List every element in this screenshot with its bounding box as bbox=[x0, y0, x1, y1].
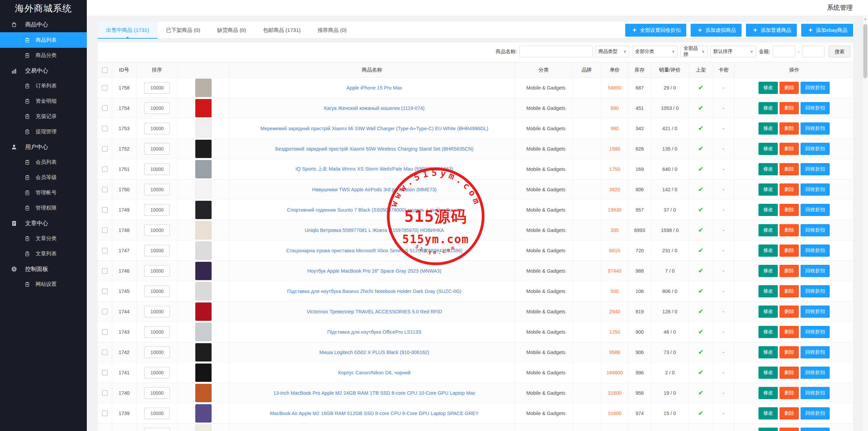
edit-button[interactable]: 修改 bbox=[758, 122, 778, 135]
sort-input[interactable] bbox=[144, 123, 170, 134]
row-checkbox[interactable] bbox=[102, 126, 107, 131]
edit-button[interactable]: 修改 bbox=[758, 326, 778, 338]
sort-input[interactable] bbox=[144, 387, 170, 399]
sort-input[interactable] bbox=[144, 306, 170, 317]
tab-2[interactable]: 缺货商品 (0) bbox=[209, 22, 254, 39]
edit-button[interactable]: 修改 bbox=[758, 346, 778, 358]
row-checkbox[interactable] bbox=[102, 207, 107, 213]
row-checkbox[interactable] bbox=[102, 289, 107, 294]
delete-button[interactable]: 删除 bbox=[780, 285, 799, 297]
recycle-discount-button[interactable]: 回收折扣 bbox=[801, 407, 830, 419]
delete-button[interactable]: 删除 bbox=[780, 82, 799, 94]
sidebar-item-1-1[interactable]: 资金明细 bbox=[0, 94, 87, 109]
brand-select[interactable]: 全部品牌∨ bbox=[680, 46, 708, 57]
row-checkbox[interactable] bbox=[102, 187, 107, 192]
product-type-select[interactable]: 商品类型∨ bbox=[595, 46, 629, 57]
product-name-input[interactable] bbox=[519, 46, 593, 57]
tab-0[interactable]: 出售中商品 (1731) bbox=[98, 22, 158, 39]
sort-input[interactable] bbox=[144, 408, 170, 419]
sidebar-item-4-0[interactable]: 网站设置 bbox=[0, 277, 87, 292]
row-checkbox[interactable] bbox=[102, 268, 107, 274]
sort-input[interactable] bbox=[144, 143, 170, 155]
product-name-link[interactable]: Стаціонарна ігрова приставка Microsoft X… bbox=[234, 248, 515, 253]
row-checkbox[interactable] bbox=[102, 166, 107, 172]
row-checkbox[interactable] bbox=[102, 390, 107, 396]
product-name-link[interactable]: Victorinox Тревеллер TRAVEL ACCESSORIES … bbox=[234, 309, 515, 314]
sidebar-group-0[interactable]: 商品中心 bbox=[0, 17, 87, 32]
edit-button[interactable]: 修改 bbox=[758, 82, 778, 94]
delete-button[interactable]: 删除 bbox=[780, 183, 799, 196]
amount-max-input[interactable] bbox=[802, 46, 825, 57]
row-checkbox[interactable] bbox=[102, 309, 107, 314]
sidebar-group-2[interactable]: 用户中心 bbox=[0, 139, 87, 155]
scroll-up-button[interactable]: ▲ bbox=[863, 16, 868, 22]
recycle-discount-button[interactable]: 回收折扣 bbox=[801, 285, 830, 297]
recycle-discount-button[interactable]: 回收折扣 bbox=[801, 163, 830, 175]
edit-button[interactable]: 修改 bbox=[758, 183, 778, 196]
sidebar-item-1-0[interactable]: 订单列表 bbox=[0, 78, 87, 94]
product-name-link[interactable]: 13-inch MacBook Pro Apple M2 24GB RAM 1T… bbox=[234, 390, 515, 396]
product-name-link[interactable]: Підставка для ноутбука OfficePro LS113S bbox=[234, 329, 515, 335]
sort-input[interactable] bbox=[144, 204, 170, 216]
sort-input[interactable] bbox=[144, 245, 170, 256]
delete-button[interactable]: 删除 bbox=[780, 265, 799, 277]
set-recycle-discount-button[interactable]: ＋全部设置回收折扣 bbox=[625, 24, 686, 37]
sidebar-item-2-1[interactable]: 会员等级 bbox=[0, 170, 87, 185]
recycle-discount-button[interactable]: 回收折扣 bbox=[801, 204, 830, 216]
delete-button[interactable]: 删除 bbox=[780, 367, 799, 379]
delete-button[interactable]: 删除 bbox=[780, 143, 799, 155]
sidebar-item-0-1[interactable]: 商品分类 bbox=[0, 48, 87, 63]
product-name-link[interactable]: IQ Sports 上衣 Malia Wmns XS Storm Weth/Pa… bbox=[234, 166, 515, 172]
recycle-discount-button[interactable]: 回收折扣 bbox=[801, 306, 830, 318]
row-checkbox[interactable] bbox=[102, 411, 107, 416]
scrollbar-track[interactable]: ▲ bbox=[862, 16, 868, 431]
edit-button[interactable]: 修改 bbox=[758, 102, 778, 114]
recycle-discount-button[interactable]: 回收折扣 bbox=[801, 183, 830, 196]
recycle-discount-button[interactable]: 回收折扣 bbox=[801, 387, 830, 399]
row-checkbox[interactable] bbox=[102, 350, 107, 355]
sort-select[interactable]: 默认排序∨ bbox=[710, 46, 756, 57]
delete-button[interactable]: 删除 bbox=[780, 306, 799, 318]
sort-input[interactable] bbox=[144, 82, 170, 94]
product-name-link[interactable]: Кагуа Женский кожаный кошелек (1119-074) bbox=[234, 105, 515, 111]
sort-input[interactable] bbox=[144, 102, 170, 114]
edit-button[interactable]: 修改 bbox=[758, 407, 778, 419]
row-checkbox[interactable] bbox=[102, 248, 107, 253]
add-ebay-product-button[interactable]: ＋添加ebay商品 bbox=[801, 24, 853, 37]
product-name-link[interactable]: Спортивний годинник Suunto 7 Black (SS05… bbox=[234, 207, 515, 213]
search-button[interactable]: 搜索 bbox=[829, 46, 850, 57]
row-checkbox[interactable] bbox=[102, 85, 107, 91]
edit-button[interactable]: 修改 bbox=[758, 428, 778, 431]
recycle-discount-button[interactable]: 回收折扣 bbox=[801, 244, 830, 257]
sort-input[interactable] bbox=[144, 367, 170, 378]
sidebar-item-0-0[interactable]: 商品列表 bbox=[0, 32, 87, 48]
product-name-link[interactable]: Ноутбук Apple MacBook Pro 16" Space Gray… bbox=[234, 268, 515, 274]
product-name-link[interactable]: Корпус Canon/Nikon D6, чорний bbox=[234, 370, 515, 375]
delete-button[interactable]: 删除 bbox=[780, 224, 799, 236]
product-name-link[interactable]: Навушники TWS Apple AirPods 3rd generati… bbox=[234, 187, 515, 192]
recycle-discount-button[interactable]: 回收折扣 bbox=[801, 122, 830, 135]
delete-button[interactable]: 删除 bbox=[780, 204, 799, 216]
scrollbar-thumb[interactable] bbox=[863, 24, 867, 78]
edit-button[interactable]: 修改 bbox=[758, 265, 778, 277]
tab-1[interactable]: 已下架商品 (0) bbox=[158, 22, 209, 39]
product-name-link[interactable]: Apple iPhone 15 Pro Max bbox=[234, 85, 515, 91]
row-checkbox[interactable] bbox=[102, 105, 107, 111]
product-name-link[interactable]: Бездротовий зарядний пристрій Xiaomi 50W… bbox=[234, 146, 515, 152]
delete-button[interactable]: 删除 bbox=[780, 346, 799, 358]
sort-input[interactable] bbox=[144, 224, 170, 236]
product-name-link[interactable]: Uniqlo Ветровка 558977081 L Жовта (11597… bbox=[234, 228, 515, 233]
product-name-link[interactable]: Підставка для ноутбука Baseus Zhichi Not… bbox=[234, 289, 515, 294]
edit-button[interactable]: 修改 bbox=[758, 285, 778, 297]
recycle-discount-button[interactable]: 回收折扣 bbox=[801, 143, 830, 155]
recycle-discount-button[interactable]: 回收折扣 bbox=[801, 428, 830, 431]
sidebar-item-2-2[interactable]: 管理帐号 bbox=[0, 185, 87, 200]
edit-button[interactable]: 修改 bbox=[758, 224, 778, 236]
sidebar-item-3-0[interactable]: 文章分类 bbox=[0, 231, 87, 246]
row-checkbox[interactable] bbox=[102, 370, 107, 375]
sort-input[interactable] bbox=[144, 286, 170, 297]
sort-input[interactable] bbox=[144, 265, 170, 277]
edit-button[interactable]: 修改 bbox=[758, 244, 778, 257]
edit-button[interactable]: 修改 bbox=[758, 367, 778, 379]
delete-button[interactable]: 删除 bbox=[780, 428, 799, 431]
